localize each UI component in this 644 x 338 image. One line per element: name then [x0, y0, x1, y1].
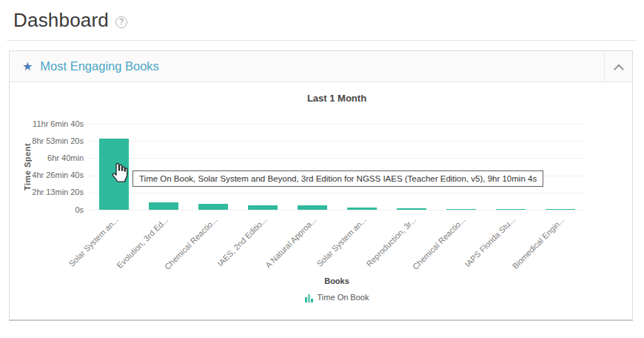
help-icon[interactable]: ? — [115, 16, 127, 28]
most-engaging-books-panel: ★ Most Engaging Books Last 1 Month Time … — [9, 50, 633, 321]
bar[interactable] — [546, 209, 575, 210]
bar[interactable] — [149, 202, 178, 210]
x-tick-label: Solar System an... — [315, 215, 368, 268]
collapse-panel-button[interactable] — [604, 51, 632, 82]
gridline — [89, 158, 585, 159]
bar[interactable] — [248, 205, 278, 210]
panel-header-title-area: ★ Most Engaging Books — [10, 51, 604, 82]
x-tick-label: A Natural Approa... — [264, 215, 318, 270]
bar[interactable] — [198, 204, 228, 210]
x-axis-title: Books — [89, 276, 585, 285]
page-header: Dashboard ? — [0, 0, 644, 32]
y-axis-title: Time Spent — [23, 143, 32, 190]
chart-title: Last 1 Month — [89, 93, 585, 104]
x-tick-label: IAES, 2nd Editio... — [215, 215, 269, 268]
chevron-up-icon — [614, 60, 624, 73]
chart-canvas: Last 1 Month Time Spent Books Time On Bo… — [10, 82, 632, 319]
x-tick-label: IAPS Florida Stu... — [463, 215, 517, 268]
bar[interactable] — [298, 205, 327, 210]
cursor-pointer-icon — [110, 161, 130, 186]
panel-header: ★ Most Engaging Books — [10, 51, 632, 82]
bar[interactable] — [397, 208, 426, 210]
x-tick-label: Chemical Reactio... — [411, 215, 467, 271]
chart-legend: Time On Book — [89, 293, 585, 302]
y-tick-label: 2hr 13min 20s — [32, 188, 84, 196]
legend-item-time-on-book[interactable]: Time On Book — [305, 293, 369, 302]
x-tick-label: Chemical Reactio... — [163, 215, 219, 271]
y-tick-label: 0s — [75, 205, 84, 214]
panel-title: Most Engaging Books — [40, 59, 159, 73]
header-divider — [7, 40, 637, 41]
star-icon: ★ — [22, 61, 33, 73]
bar[interactable] — [496, 209, 526, 210]
gridline — [89, 141, 585, 142]
gridline — [89, 124, 585, 125]
x-tick-label: Solar System an... — [67, 215, 120, 268]
bar[interactable] — [347, 208, 377, 210]
x-tick-label: Reproduction, 3r... — [364, 215, 417, 268]
y-tick-label: 6hr 40min — [47, 153, 84, 162]
x-tick-label: Biomedical Engin... — [511, 215, 566, 271]
gridline — [89, 193, 585, 193]
legend-label: Time On Book — [318, 293, 369, 302]
y-tick-label: 8hr 53min 20s — [32, 136, 84, 145]
bar[interactable] — [446, 209, 476, 211]
chart-tooltip: Time On Book, Solar System and Beyond, 3… — [133, 170, 543, 187]
gridline — [89, 210, 585, 211]
x-tick-label: Evolution, 3rd Ed... — [115, 215, 170, 270]
mini-bar-chart-icon — [305, 294, 313, 302]
y-tick-label: 4hr 26min 40s — [32, 170, 84, 179]
y-tick-label: 11hr 6min 40s — [33, 119, 84, 128]
page-title: Dashboard — [13, 9, 109, 32]
